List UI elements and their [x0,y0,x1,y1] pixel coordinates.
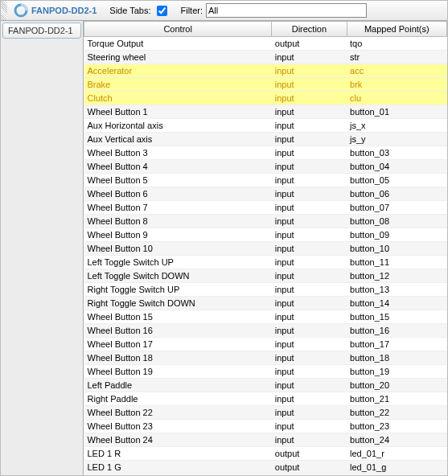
table-row[interactable]: Left Toggle Switch DOWNinputbutton_12 [84,269,447,283]
table-row[interactable]: Aux Horizontal axisinputjs_x [84,119,447,133]
cell-mapped: led_01_r [347,447,446,461]
cell-direction: input [272,105,347,119]
cell-mapped: led_01_g [347,461,446,474]
cell-control: Right Toggle Switch DOWN [84,297,272,310]
cell-mapped: clu [347,92,446,105]
table-row[interactable]: Wheel Button 7inputbutton_07 [84,201,447,215]
cell-control: Brake [84,78,272,92]
cell-control: Accelerator [84,64,272,78]
cell-control: Wheel Button 1 [84,105,272,119]
cell-direction: input [272,338,347,351]
app-window: FANPOD-DD2-1 Side Tabs: Filter: FANPOD-D… [0,0,448,476]
cell-direction: input [272,146,347,160]
table-row[interactable]: Brakeinputbrk [84,78,447,92]
cell-direction: input [272,51,347,64]
cell-mapped: button_19 [347,365,446,379]
cell-mapped: button_18 [347,351,446,365]
cell-control: Wheel Button 6 [84,187,272,201]
table-row[interactable]: Steering wheelinputstr [84,51,447,64]
cell-direction: input [272,119,347,133]
cell-control: Wheel Button 3 [84,146,272,160]
cell-direction: input [272,269,347,283]
table-row[interactable]: Wheel Button 23inputbutton_23 [84,420,447,433]
cell-control: Wheel Button 10 [84,242,272,256]
cell-control: Wheel Button 19 [84,365,272,379]
side-tabs-checkbox[interactable] [157,6,167,16]
cell-mapped: button_12 [347,269,446,283]
header-mapped[interactable]: Mapped Point(s) [347,22,446,37]
cell-mapped: button_21 [347,392,446,406]
cell-control: Right Paddle [84,392,272,406]
table-row[interactable]: Wheel Button 6inputbutton_06 [84,187,447,201]
grid-scroll[interactable]: Control Direction Mapped Point(s) Torque… [84,21,447,476]
cell-direction: input [272,324,347,338]
cell-direction: input [272,392,347,406]
table-row[interactable]: LED 1 Goutputled_01_g [84,461,447,474]
cell-mapped: button_16 [347,324,446,338]
cell-control: Right Toggle Switch UP [84,283,272,297]
cell-mapped: button_23 [347,420,446,433]
table-row[interactable]: Left Paddleinputbutton_20 [84,379,447,392]
table-row[interactable]: Right Toggle Switch DOWNinputbutton_14 [84,297,447,310]
cell-direction: input [272,92,347,105]
table-row[interactable]: Wheel Button 19inputbutton_19 [84,365,447,379]
table-row[interactable]: Wheel Button 5inputbutton_05 [84,174,447,187]
sidebar-tab[interactable]: FANPOD-DD2-1 [2,23,81,39]
cell-mapped: str [347,51,446,64]
table-row[interactable]: Wheel Button 8inputbutton_08 [84,215,447,228]
table-row[interactable]: Aux Vertical axisinputjs_y [84,133,447,146]
cell-mapped: button_22 [347,406,446,420]
table-row[interactable]: Wheel Button 24inputbutton_24 [84,433,447,447]
cell-mapped: button_15 [347,310,446,324]
table-row[interactable]: Wheel Button 4inputbutton_04 [84,160,447,174]
table-row[interactable]: Left Toggle Switch UPinputbutton_11 [84,256,447,269]
grip-handle-icon[interactable] [1,1,7,20]
cell-control: Left Paddle [84,379,272,392]
controls-table: Control Direction Mapped Point(s) Torque… [84,21,447,476]
cell-mapped: button_13 [347,283,446,297]
cell-mapped: js_x [347,119,446,133]
table-row[interactable]: Clutchinputclu [84,92,447,105]
cell-direction: input [272,256,347,269]
table-row[interactable]: Wheel Button 22inputbutton_22 [84,406,447,420]
table-row[interactable]: Torque Outputoutputtqo [84,37,447,51]
table-row[interactable]: Wheel Button 10inputbutton_10 [84,242,447,256]
header-control[interactable]: Control [84,22,272,37]
cell-control: Wheel Button 5 [84,174,272,187]
cell-direction: input [272,283,347,297]
table-row[interactable]: Wheel Button 18inputbutton_18 [84,351,447,365]
cell-direction: input [272,297,347,310]
cell-control: Wheel Button 18 [84,351,272,365]
cell-control: Wheel Button 15 [84,310,272,324]
table-row[interactable]: LED 1 Routputled_01_r [84,447,447,461]
table-row[interactable]: Right Paddleinputbutton_21 [84,392,447,406]
cell-control: Wheel Button 16 [84,324,272,338]
filter-label: Filter: [180,6,203,15]
cell-mapped: button_10 [347,242,446,256]
cell-mapped: button_24 [347,433,446,447]
main-area: FANPOD-DD2-1 Control Direction Mapped Po… [1,21,447,476]
cell-control: Wheel Button 4 [84,160,272,174]
cell-control: Clutch [84,92,272,105]
table-row[interactable]: Wheel Button 15inputbutton_15 [84,310,447,324]
cell-direction: input [272,310,347,324]
header-direction[interactable]: Direction [272,22,347,37]
filter-select[interactable] [206,3,367,18]
cell-direction: input [272,433,347,447]
table-row[interactable]: Wheel Button 16inputbutton_16 [84,324,447,338]
table-row[interactable]: Wheel Button 9inputbutton_09 [84,228,447,242]
cell-mapped: button_20 [347,379,446,392]
table-row[interactable]: Wheel Button 3inputbutton_03 [84,146,447,160]
table-row[interactable]: Wheel Button 17inputbutton_17 [84,338,447,351]
cell-direction: output [272,461,347,474]
cell-direction: output [272,447,347,461]
table-row[interactable]: Right Toggle Switch UPinputbutton_13 [84,283,447,297]
table-row[interactable]: Wheel Button 1inputbutton_01 [84,105,447,119]
cell-control: Wheel Button 22 [84,406,272,420]
cell-direction: input [272,420,347,433]
cell-control: Wheel Button 24 [84,433,272,447]
cell-direction: input [272,406,347,420]
sidebar: FANPOD-DD2-1 [1,21,84,476]
table-header-row: Control Direction Mapped Point(s) [84,22,447,37]
table-row[interactable]: Acceleratorinputacc [84,64,447,78]
